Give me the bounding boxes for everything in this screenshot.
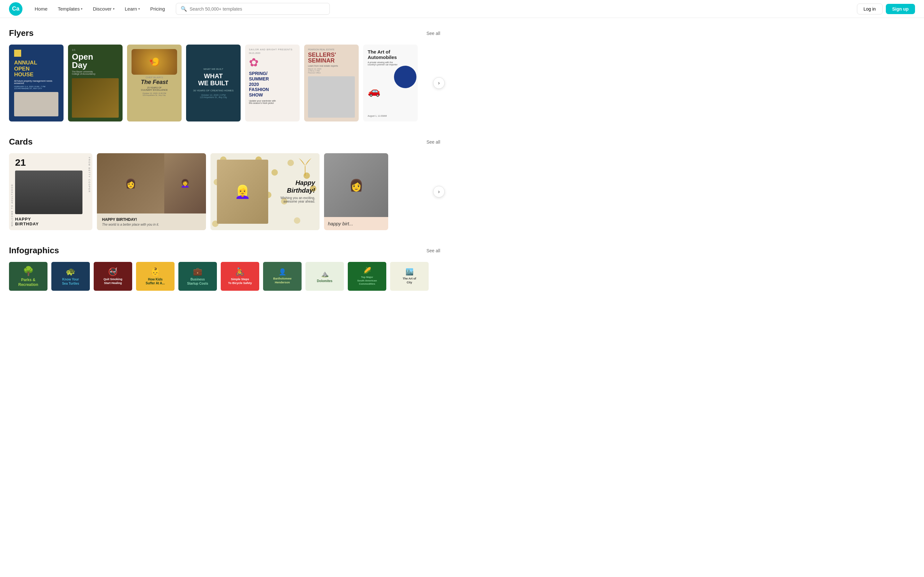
info4-icon: 👶 [150, 268, 160, 276]
flyer-card-4[interactable]: WHAT WE BUILT WHATWE BUILT 30 YEARS OF C… [186, 45, 241, 121]
info2-icon: 🐢 [66, 267, 75, 276]
cards-see-all[interactable]: See all [426, 139, 440, 145]
card4-text: happy birt... [324, 217, 388, 230]
flyer7-visual: 🚗 [368, 69, 413, 113]
info-card-6[interactable]: 🚴 Simple StepsTo Bicycle Safety [221, 262, 259, 291]
learn-chevron-icon: ▾ [138, 7, 140, 11]
flyer-card-1[interactable]: ANNUALOPENHOUSE All future property mana… [9, 45, 63, 121]
cards-section-header: Cards See all [9, 137, 440, 147]
flyer5-title: SPRING/SUMMER2020FASHIONSHOW [249, 71, 296, 98]
info8-icon: ⛰️ [321, 270, 329, 277]
signup-button[interactable]: Sign up [886, 4, 915, 14]
flyer7-date: August 1, 11:00AM [368, 115, 413, 117]
card-item-3[interactable]: 👱‍♀️ HappyBirthday! Wishing you an excit… [210, 153, 320, 230]
flyer1-date: FEBRUARY 2-4, 2020 | 8 AM - 7 PM123 ANYW… [14, 85, 58, 89]
card2-photo2: 👩‍🦱 [164, 153, 206, 213]
flyer-card-7[interactable]: The Art ofAutomobiles A private viewing … [363, 45, 418, 121]
info-card-3[interactable]: 🚭 Quit SmokingStart Healing [94, 262, 132, 291]
nav-discover[interactable]: Discover ▾ [88, 3, 119, 14]
flyer1-image [14, 92, 58, 116]
cards-next-button[interactable]: › [433, 186, 445, 197]
card1-title: HAPPYBIRTHDAY [15, 217, 82, 226]
flyers-row: ANNUALOPENHOUSE All future property mana… [9, 45, 440, 121]
nav-links: Home Templates ▾ Discover ▾ Learn ▾ Pric… [30, 3, 170, 14]
info-card-1[interactable]: 🌳 Parks &Recreation [9, 262, 47, 291]
info7-title: BartholomewHenderson [273, 277, 291, 284]
info5-title: BusinessStartup Costs [187, 277, 208, 285]
card4-photo: 👩 [324, 153, 388, 217]
info-card-10[interactable]: 🏙️ The Art ofCity [390, 262, 429, 291]
info-card-8[interactable]: ⛰️ Dolomites [305, 262, 344, 291]
flyer4-title: WHATWE BUILT [198, 73, 228, 87]
main-content: Flyers See all ANNUALOPENHOUSE All futur… [0, 18, 449, 316]
info10-title: The Art ofCity [403, 277, 416, 284]
flyers-next-button[interactable]: › [433, 77, 445, 89]
flyer4-date: October 12, 2020 | 3 PM123 Anywhere St.,… [200, 94, 227, 98]
flyer2-num: 1/1 [72, 48, 119, 51]
info9-title: Top MajorSouth AmericanCommodities [357, 276, 376, 285]
info-card-5[interactable]: 💼 BusinessStartup Costs [178, 262, 217, 291]
card3-photo: 👱‍♀️ [217, 160, 268, 224]
flyer-card-3[interactable]: 🍤 CHEF BLAIR'S The Feast 25 YEARS OFCULI… [127, 45, 182, 121]
flyer1-sub: All future property management needs ans… [14, 80, 58, 84]
login-button[interactable]: Log in [857, 3, 883, 15]
flyer4-sub2: 30 YEARS OF CREATING HOMES [193, 89, 234, 92]
card4-title: happy birt... [328, 221, 384, 226]
flyer-card-2[interactable]: 1/1 OpenDay The Bauer UniversityCollege … [68, 45, 123, 121]
flyers-title: Flyers [9, 28, 34, 38]
logo[interactable]: Ca [9, 2, 23, 16]
infographics-see-all[interactable]: See all [426, 248, 440, 253]
search-icon: 🔍 [181, 6, 187, 12]
info-card-4[interactable]: 👶 How KidsSuffer At A... [136, 262, 174, 291]
search-input[interactable] [190, 6, 325, 11]
card-item-4[interactable]: 👩 happy birt... [324, 153, 388, 230]
cards-row: WELCOME TO ADULTHOOD 21 HAPPYBIRTHDAY FR… [9, 153, 440, 230]
logo-text: Ca [12, 5, 19, 12]
card1-from: WELCOME TO ADULTHOOD [9, 153, 15, 230]
flyer6-realty: PEARSON REAL ESTATE [308, 48, 355, 51]
flyer2-sub: The Bauer UniversityCollege of Accountan… [72, 71, 119, 75]
discover-chevron-icon: ▾ [113, 7, 115, 11]
flyer-card-6[interactable]: PEARSON REAL ESTATE SELLERS'SEMINAR Lear… [304, 45, 359, 121]
nav-pricing[interactable]: Pricing [145, 3, 170, 14]
flyer1-title: ANNUALOPENHOUSE [14, 60, 58, 78]
flyer2-title: OpenDay [72, 53, 119, 69]
flyer7-circle [394, 66, 417, 88]
card-item-1[interactable]: WELCOME TO ADULTHOOD 21 HAPPYBIRTHDAY FR… [9, 153, 92, 230]
flyer7-title: The Art ofAutomobiles [368, 49, 413, 60]
info-card-9[interactable]: 🌽 Top MajorSouth AmericanCommodities [348, 262, 386, 291]
car-icon: 🚗 [368, 85, 381, 97]
nav-home[interactable]: Home [30, 3, 52, 14]
infographics-row-wrapper: 🌳 Parks &Recreation 🐢 Know YourSea Turtl… [9, 262, 440, 291]
info6-title: Simple StepsTo Bicycle Safety [228, 277, 252, 285]
info3-icon: 🚭 [108, 268, 118, 276]
flyer3-food-image: 🍤 [132, 49, 177, 75]
nav-templates[interactable]: Templates ▾ [53, 3, 87, 14]
flyer-card-5[interactable]: SAILOR AND BRIGHT PRESENTS 04.21.2020 ✿ … [245, 45, 300, 121]
info-card-7[interactable]: 👤 BartholomewHenderson [263, 262, 302, 291]
search-bar: 🔍 [176, 3, 330, 15]
info1-icon: 🌳 [23, 266, 34, 276]
flyer3-feast: The Feast [141, 79, 168, 85]
flyers-row-wrapper: ANNUALOPENHOUSE All future property mana… [9, 45, 440, 121]
info3-title: Quit SmokingStart Healing [103, 277, 123, 285]
info4-title: How KidsSuffer At A... [145, 277, 165, 285]
card-item-2[interactable]: 👩 👩‍🦱 HAPPY BIRTHDAY! The world is a bet… [97, 153, 206, 230]
info-card-2[interactable]: 🐢 Know YourSea Turtles [51, 262, 90, 291]
infographics-row: 🌳 Parks &Recreation 🐢 Know YourSea Turtl… [9, 262, 440, 291]
flyer5-date: 04.21.2020 [249, 52, 296, 54]
info5-icon: 💼 [193, 267, 202, 276]
card1-age: 21 [15, 157, 82, 168]
flyer6-date: March 12, 20203 PM to 7 PMPearson Office [308, 68, 355, 74]
card3-text: HappyBirthday! Wishing you an exciting,a… [280, 179, 315, 203]
flyer6-sellers: SELLERS'SEMINAR [308, 52, 355, 63]
flyers-see-all[interactable]: See all [426, 31, 440, 36]
flyer6-image [308, 76, 355, 118]
nav-learn[interactable]: Learn ▾ [120, 3, 144, 14]
info7-icon: 👤 [278, 268, 286, 276]
card1-to: FROM BETTY COOPER [86, 153, 92, 230]
info6-icon: 🚴 [235, 268, 245, 276]
flyer7-sub: A private viewing with thecountry's prem… [368, 61, 413, 66]
card1-image [15, 171, 82, 214]
flyer1-tag [14, 50, 21, 57]
